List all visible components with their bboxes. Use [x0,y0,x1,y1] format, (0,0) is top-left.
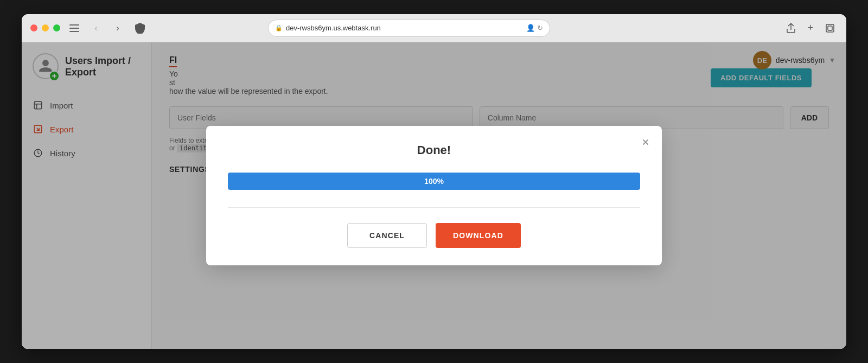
modal-title: Done! [228,143,640,157]
browser-titlebar: ‹ › 🔒 dev-rwsbs6ym.us.webtask.run 👤 ↻ + [22,14,846,42]
svg-rect-3 [826,24,834,32]
svg-rect-1 [69,28,79,29]
modal-overlay: Done! 100% CANCEL DOWNLOAD [22,42,846,349]
progress-bar-container: 100% [228,173,640,190]
address-bar[interactable]: 🔒 dev-rwsbs6ym.us.webtask.run 👤 ↻ [268,20,550,37]
close-traffic-light[interactable] [30,24,37,31]
download-button[interactable]: DOWNLOAD [436,223,521,248]
new-tab-button[interactable]: + [803,21,818,36]
shield-icon [132,20,148,36]
address-bar-actions: 👤 ↻ [526,24,543,32]
back-button[interactable]: ‹ [88,21,104,36]
browser-right-controls: + [783,21,838,36]
modal-close-button[interactable] [638,135,653,150]
share-button[interactable] [783,21,799,36]
maximize-traffic-light[interactable] [53,24,60,31]
svg-rect-2 [69,31,79,32]
app-content: Users Import / Export Import [22,42,846,349]
traffic-lights [30,24,60,31]
svg-rect-0 [69,24,79,26]
tabs-button[interactable] [822,21,838,36]
progress-label: 100% [424,177,444,186]
forward-button[interactable]: › [110,21,125,36]
minimize-traffic-light[interactable] [42,24,49,31]
modal-divider [228,207,640,208]
progress-bar-fill: 100% [228,173,640,190]
lock-icon: 🔒 [275,24,283,31]
modal-actions: CANCEL DOWNLOAD [228,223,640,248]
cancel-button[interactable]: CANCEL [347,223,427,248]
svg-rect-4 [828,26,832,30]
modal-dialog: Done! 100% CANCEL DOWNLOAD [206,126,662,265]
sidebar-toggle-button[interactable] [67,21,82,36]
url-text: dev-rwsbs6ym.us.webtask.run [286,24,523,32]
